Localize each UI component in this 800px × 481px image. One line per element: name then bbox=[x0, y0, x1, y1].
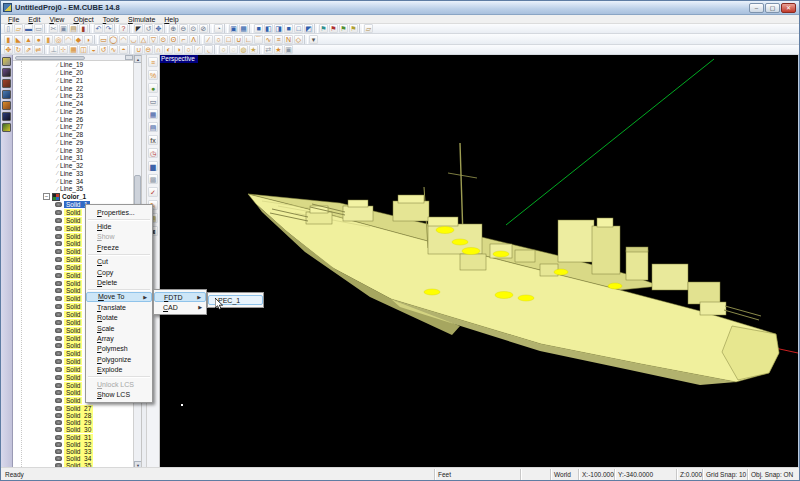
context-menu-item[interactable]: Move To ▶ bbox=[86, 292, 152, 302]
flag-red-icon[interactable]: ⚑ bbox=[329, 24, 338, 33]
module-icon-6[interactable] bbox=[2, 112, 11, 121]
boolean-intersect-icon[interactable]: ∩ bbox=[154, 45, 163, 54]
boolean-union-icon[interactable]: ∪ bbox=[134, 45, 143, 54]
boolean-subtract-icon[interactable]: ⊖ bbox=[144, 45, 153, 54]
tree-item-line[interactable]: ∕ Line_34 bbox=[13, 177, 134, 185]
tree-item-line[interactable]: ∕ Line_25 bbox=[13, 108, 134, 116]
tree-item-line[interactable]: ∕ Line_32 bbox=[13, 162, 134, 170]
submenu-item[interactable]: CAD ▶ bbox=[154, 302, 206, 312]
flag-yellow-icon[interactable]: ⚑ bbox=[349, 24, 358, 33]
help-icon[interactable]: ? bbox=[119, 24, 128, 33]
module-icon-1[interactable] bbox=[2, 57, 11, 66]
split-icon[interactable]: ◑ bbox=[174, 45, 183, 54]
ruler-icon[interactable]: ◍ bbox=[239, 45, 248, 54]
viewport-single-icon[interactable]: ▣ bbox=[229, 24, 238, 33]
context-menu-item[interactable]: Cut bbox=[86, 257, 152, 267]
grid-icon[interactable]: ▤ bbox=[148, 122, 158, 132]
image-icon[interactable]: ▩ bbox=[148, 174, 158, 184]
tree-item-line[interactable]: ∕ Line_23 bbox=[13, 92, 134, 100]
print-icon[interactable]: ▭ bbox=[34, 24, 43, 33]
tree-item-line[interactable]: ∕ Line_22 bbox=[13, 84, 134, 92]
tree-item-line[interactable]: ∕ Line_27 bbox=[13, 123, 134, 131]
context-menu-item[interactable]: Polymesh bbox=[86, 344, 152, 354]
link-icon[interactable]: ⇄ bbox=[264, 45, 273, 54]
context-menu-item[interactable]: Hide bbox=[86, 221, 152, 231]
flag-teal-icon[interactable]: ⚑ bbox=[319, 24, 328, 33]
table-icon[interactable]: ▦ bbox=[148, 109, 158, 119]
flag-green-icon[interactable]: ⚑ bbox=[339, 24, 348, 33]
package-icon[interactable]: ▣ bbox=[284, 45, 293, 54]
tree-item-solid[interactable]: Solid_32 bbox=[13, 441, 134, 448]
context-menu-item[interactable]: Explode bbox=[86, 364, 152, 374]
plotter-icon[interactable]: ▭ bbox=[148, 96, 158, 106]
save-icon[interactable]: ▬ bbox=[24, 24, 33, 33]
context-menu-item[interactable]: Array bbox=[86, 333, 152, 343]
viewport-quad-icon[interactable]: ▦ bbox=[239, 24, 248, 33]
zoom-window-icon[interactable]: ⊙ bbox=[189, 24, 198, 33]
dome-surface-icon[interactable]: ◠ bbox=[119, 35, 128, 44]
validate-icon[interactable]: ✓ bbox=[148, 187, 158, 197]
context-menu-item[interactable]: Copy bbox=[86, 267, 152, 277]
twist-icon[interactable]: ◓ bbox=[119, 45, 128, 54]
submenu-item[interactable]: FDTD ▶ bbox=[154, 292, 206, 302]
rect-curve-icon[interactable]: □ bbox=[224, 35, 233, 44]
line-icon[interactable]: ∕ bbox=[204, 35, 213, 44]
chamfer-icon[interactable]: ◟ bbox=[204, 45, 213, 54]
extrude-icon[interactable]: ◫ bbox=[79, 45, 88, 54]
view-front-icon[interactable]: □ bbox=[294, 24, 303, 33]
sphere-solid-icon[interactable]: ● bbox=[34, 35, 43, 44]
context-menu-item[interactable]: Show LCS bbox=[86, 389, 152, 399]
undo-icon[interactable]: ↶ bbox=[94, 24, 103, 33]
context-menu-item[interactable]: Show bbox=[86, 232, 152, 242]
chart-icon[interactable]: ▆ bbox=[148, 161, 158, 171]
functions-icon[interactable]: fx bbox=[148, 135, 158, 145]
tree-item-line[interactable]: ∕ Line_21 bbox=[13, 77, 134, 85]
tree-item-solid[interactable]: Solid_34 bbox=[13, 455, 134, 462]
measure-angle-icon[interactable]: ◌ bbox=[229, 45, 238, 54]
context-menu-item[interactable]: Freeze bbox=[86, 242, 152, 252]
context-menu-item[interactable]: Translate bbox=[86, 302, 152, 312]
module-icon-7[interactable] bbox=[2, 123, 11, 132]
tree-item-solid[interactable]: Solid_27 bbox=[13, 405, 134, 412]
module-icon-3[interactable] bbox=[2, 79, 11, 88]
bend-icon[interactable]: ⌐ bbox=[179, 35, 188, 44]
lambda-icon[interactable]: Λ bbox=[189, 35, 198, 44]
menu-item[interactable]: Object bbox=[69, 16, 97, 23]
collapse-icon[interactable]: − bbox=[43, 193, 50, 200]
view-left-icon[interactable]: ◨ bbox=[274, 24, 283, 33]
pan-icon[interactable]: ✥ bbox=[154, 24, 163, 33]
sweep-icon[interactable]: ∿ bbox=[109, 45, 118, 54]
n-curve-icon[interactable]: N bbox=[284, 35, 293, 44]
favorites-icon[interactable]: ★ bbox=[274, 45, 283, 54]
circle-surface-icon[interactable]: ◯ bbox=[109, 35, 118, 44]
tree-item-line[interactable]: ∕ Line_35 bbox=[13, 185, 134, 193]
module-icon-5[interactable] bbox=[2, 101, 11, 110]
box-solid-icon[interactable]: ▮ bbox=[4, 35, 13, 44]
tree-item-solid[interactable]: Solid_28 bbox=[13, 412, 134, 419]
fillet-icon[interactable]: ◜ bbox=[194, 45, 203, 54]
snap-icon[interactable]: ⊹ bbox=[59, 45, 68, 54]
slice-icon[interactable]: ◐ bbox=[164, 45, 173, 54]
tree-item-line[interactable]: ∕ Line_31 bbox=[13, 154, 134, 162]
polyline-icon[interactable]: ◇ bbox=[294, 35, 303, 44]
menu-item[interactable]: Edit bbox=[24, 16, 44, 23]
align-icon[interactable]: ⊥ bbox=[49, 45, 58, 54]
torus-solid-icon[interactable]: ◎ bbox=[54, 35, 63, 44]
menu-item[interactable]: View bbox=[45, 16, 68, 23]
redo-icon[interactable]: ↷ bbox=[104, 24, 113, 33]
tree-item-line[interactable]: ∕ Line_29 bbox=[13, 139, 134, 147]
context-menu-item[interactable]: Rotate bbox=[86, 313, 152, 323]
tree-item-line[interactable]: ∕ Line_19 bbox=[13, 61, 134, 69]
tree-item-solid[interactable]: Solid_33 bbox=[13, 448, 134, 455]
cylinder-solid-icon[interactable]: ▮ bbox=[44, 35, 53, 44]
tree-item-solid[interactable]: Solid_29 bbox=[13, 419, 134, 426]
close-button[interactable]: ✕ bbox=[781, 3, 796, 13]
delete-icon[interactable]: ▮ bbox=[79, 24, 88, 33]
cut-icon[interactable]: ✂ bbox=[49, 24, 58, 33]
menu-item[interactable]: File bbox=[4, 16, 23, 23]
module-icon-4[interactable] bbox=[2, 90, 11, 99]
menu-item[interactable]: Simulate bbox=[124, 16, 159, 23]
pyramid-solid-icon[interactable]: ◆ bbox=[74, 35, 83, 44]
new-file-icon[interactable]: ▯ bbox=[4, 24, 13, 33]
u-curve-icon[interactable]: ∪ bbox=[234, 35, 243, 44]
